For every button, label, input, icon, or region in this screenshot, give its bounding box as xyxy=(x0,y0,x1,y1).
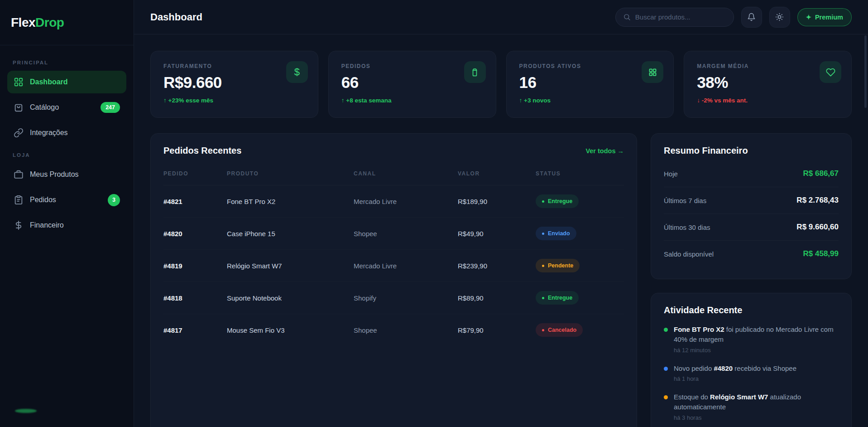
stat-card-margem-media: MARGEM MÉDIA 38% ↓ -2% vs mês ant. xyxy=(684,51,852,118)
activity-text: Estoque do Relógio Smart W7 atualizado a… xyxy=(674,392,839,412)
order-channel: Shopify xyxy=(354,294,458,302)
order-value: R$189,90 xyxy=(458,198,536,205)
premium-button[interactable]: ✦ Premium xyxy=(797,8,852,26)
package-icon xyxy=(464,61,486,83)
order-product: Suporte Notebook xyxy=(227,294,354,302)
table-row[interactable]: #4821 Fone BT Pro X2 Mercado Livre R$189… xyxy=(163,185,624,218)
financial-summary-title: Resumo Financeiro xyxy=(664,146,839,156)
order-value: R$49,90 xyxy=(458,230,536,238)
order-product: Relógio Smart W7 xyxy=(227,262,354,270)
list-item: Hoje R$ 686,67 xyxy=(664,160,839,187)
sidebar-item-dashboard[interactable]: Dashboard xyxy=(7,71,126,93)
nav-section-loja: LOJA xyxy=(7,152,126,158)
order-channel: Shopee xyxy=(354,326,458,334)
finance-label: Saldo disponível xyxy=(664,250,714,258)
stat-label: PRODUTOS ATIVOS xyxy=(519,63,661,69)
activity-text: Novo pedido #4820 recebido via Shopee xyxy=(674,364,796,374)
order-channel: Shopee xyxy=(354,230,458,238)
list-item: Fone BT Pro X2 foi publicado no Mercado … xyxy=(664,325,839,354)
stat-value: 66 xyxy=(341,73,483,92)
table-row[interactable]: #4817 Mouse Sem Fio V3 Shopee R$79,90 Ca… xyxy=(163,314,624,346)
stat-card-produtos-ativos: PRODUTOS ATIVOS 16 ↑ +3 novos xyxy=(506,51,674,118)
activity-dot xyxy=(664,328,668,332)
shopping-bag-icon xyxy=(14,102,24,112)
view-all-link[interactable]: Ver todos → xyxy=(585,147,624,155)
orders-panel-head: Pedidos Recentes Ver todos → xyxy=(163,146,624,156)
topbar: Dashboard ✦ Premium xyxy=(134,0,868,34)
link-icon xyxy=(14,128,24,138)
activity-text: Fone BT Pro X2 foi publicado no Mercado … xyxy=(674,325,839,345)
search-icon xyxy=(623,13,631,21)
heart-icon xyxy=(820,61,841,83)
list-item: Saldo disponível R$ 458,99 xyxy=(664,241,839,267)
list-item: Últimos 7 dias R$ 2.768,43 xyxy=(664,187,839,214)
stat-card-pedidos: PEDIDOS 66 ↑ +8 esta semana xyxy=(328,51,496,118)
table-row[interactable]: #4819 Relógio Smart W7 Mercado Livre R$2… xyxy=(163,250,624,282)
list-item: Estoque do Relógio Smart W7 atualizado a… xyxy=(664,392,839,421)
stat-delta: ↑ +23% esse mês xyxy=(163,97,305,104)
recent-activity-title: Atividade Recente xyxy=(664,305,839,315)
logo: FlexDrop xyxy=(0,0,134,45)
orders-title: Pedidos Recentes xyxy=(163,146,241,156)
sidebar-item-meus-produtos[interactable]: Meus Produtos xyxy=(7,163,126,186)
order-product: Case iPhone 15 xyxy=(227,230,354,238)
column-header-produto: PRODUTO xyxy=(227,170,354,177)
theme-toggle-button[interactable] xyxy=(769,7,790,28)
sidebar-item-label: Dashboard xyxy=(30,78,120,86)
column-header-status: STATUS xyxy=(536,170,624,177)
main-area: Dashboard ✦ Premium FATURAMENTO xyxy=(134,0,868,427)
table-row[interactable]: #4820 Case iPhone 15 Shopee R$49,90 Envi… xyxy=(163,218,624,250)
sidebar-item-integracoes[interactable]: Integrações xyxy=(7,121,126,144)
sidebar-glow-decoration xyxy=(15,409,37,413)
order-value: R$79,90 xyxy=(458,326,536,334)
bell-icon xyxy=(747,13,756,21)
stats-row: FATURAMENTO R$9.660 ↑ +23% esse mês $ PE… xyxy=(150,51,852,118)
status-badge: Pendente xyxy=(536,259,580,272)
grid-icon xyxy=(642,61,663,83)
finance-label: Últimos 7 dias xyxy=(664,197,706,204)
table-row[interactable]: #4818 Suporte Notebook Shopify R$89,90 E… xyxy=(163,282,624,314)
activity-dot xyxy=(664,367,668,371)
grid-icon xyxy=(14,77,24,87)
sidebar-item-financeiro[interactable]: Financeiro xyxy=(7,214,126,237)
right-column: Resumo Financeiro Hoje R$ 686,67 Últimos… xyxy=(651,133,852,427)
order-id: #4818 xyxy=(163,294,227,302)
order-value: R$239,90 xyxy=(458,262,536,270)
status-badge: Enviado xyxy=(536,227,576,240)
sidebar-item-label: Pedidos xyxy=(30,196,101,204)
sidebar-nav: PRINCIPAL Dashboard Catálogo 247 Integra… xyxy=(0,45,134,239)
order-product: Mouse Sem Fio V3 xyxy=(227,326,354,334)
search-input[interactable] xyxy=(635,13,726,21)
finance-value: R$ 9.660,60 xyxy=(796,223,839,232)
sidebar-item-label: Meus Produtos xyxy=(30,170,120,179)
search-box[interactable] xyxy=(615,8,734,27)
content-row: Pedidos Recentes Ver todos → PEDIDO PROD… xyxy=(150,133,852,427)
status-badge: Cancelado xyxy=(536,323,583,337)
list-item: Novo pedido #4820 recebido via Shopee há… xyxy=(664,364,839,383)
financial-summary-rows: Hoje R$ 686,67 Últimos 7 dias R$ 2.768,4… xyxy=(664,160,839,267)
activity-list: Fone BT Pro X2 foi publicado no Mercado … xyxy=(664,325,839,421)
status-badge: Entregue xyxy=(536,194,579,208)
stat-value: R$9.660 xyxy=(163,73,305,92)
order-id: #4817 xyxy=(163,326,227,334)
sidebar-item-pedidos[interactable]: Pedidos 3 xyxy=(7,189,126,211)
finance-label: Últimos 30 dias xyxy=(664,223,710,231)
sidebar-item-catalogo[interactable]: Catálogo 247 xyxy=(7,96,126,119)
order-value: R$89,90 xyxy=(458,294,536,302)
column-header-valor: VALOR xyxy=(458,170,536,177)
briefcase-icon xyxy=(14,170,24,180)
sidebar: FlexDrop PRINCIPAL Dashboard Catálogo 24… xyxy=(0,0,134,427)
order-id: #4821 xyxy=(163,198,227,205)
dashboard-content: FATURAMENTO R$9.660 ↑ +23% esse mês $ PE… xyxy=(134,34,868,427)
notifications-button[interactable] xyxy=(741,7,762,28)
stat-label: PEDIDOS xyxy=(341,63,483,69)
dollar-icon: $ xyxy=(286,61,308,83)
order-channel: Mercado Livre xyxy=(354,198,458,205)
column-header-pedido: PEDIDO xyxy=(163,170,227,177)
stat-delta: ↓ -2% vs mês ant. xyxy=(697,97,839,104)
orders-count-badge: 3 xyxy=(108,194,120,206)
stat-value: 16 xyxy=(519,73,661,92)
orders-table-header: PEDIDO PRODUTO CANAL VALOR STATUS xyxy=(163,166,624,185)
scrollbar-thumb[interactable] xyxy=(864,35,867,108)
sun-icon xyxy=(775,13,784,21)
